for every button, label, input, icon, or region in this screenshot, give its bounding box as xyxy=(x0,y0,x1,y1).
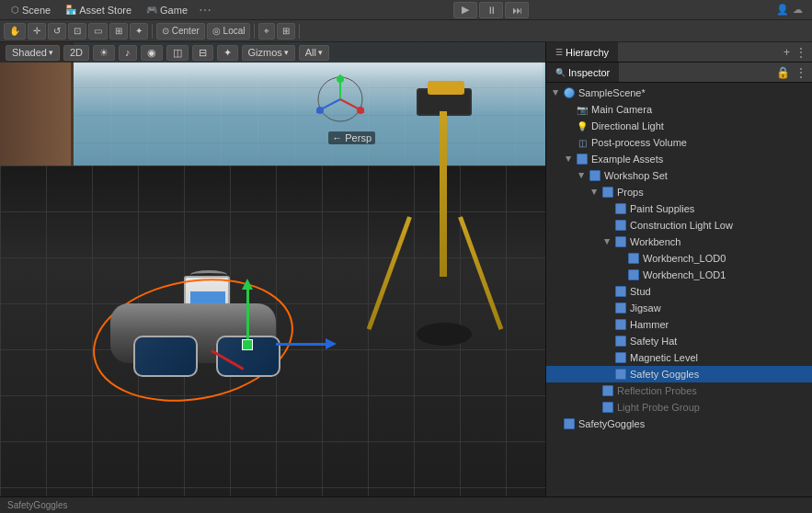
tree-item-constructionlightlow[interactable]: ▶Construction Light Low xyxy=(546,217,812,234)
tripod-leg2 xyxy=(458,216,503,330)
tree-item-safetygoggles[interactable]: ▶Safety Goggles xyxy=(546,366,812,382)
tree-icon-maincamera: 📷 xyxy=(576,103,589,116)
move-tool[interactable]: ✛ xyxy=(28,23,46,40)
tree-icon-workbench xyxy=(614,235,627,248)
snap-btn[interactable]: ⌖ xyxy=(258,23,275,40)
menu-bar: ⬡ Scene 🏪 Asset Store 🎮 Game ⋯ ▶ ⏸ ⏭ 👤 ☁ xyxy=(0,0,812,20)
terrain-toggle[interactable]: ⊟ xyxy=(192,45,213,61)
hidden-toggle[interactable]: ◫ xyxy=(166,45,189,61)
menu-game[interactable]: 🎮 Game xyxy=(139,0,195,20)
tree-arrow-workshopset[interactable]: ▶ xyxy=(576,169,589,182)
tree-label-workshopset: Workshop Set xyxy=(604,170,668,181)
tree-item-maincamera[interactable]: ▶📷Main Camera xyxy=(546,101,812,118)
tree-item-workbenchlod1[interactable]: ▶Workbench_LOD1 xyxy=(546,267,812,283)
scale-tool[interactable]: ⊡ xyxy=(68,23,86,40)
tree-item-stud[interactable]: ▶Stud xyxy=(546,283,812,300)
lighting-toggle[interactable]: ☀ xyxy=(93,45,115,61)
tree-arrow-workbench[interactable]: ▶ xyxy=(601,235,614,248)
construction-light xyxy=(389,88,499,364)
transform-handle-y xyxy=(246,290,249,345)
tree-label-lightprobegroup: Light Probe Group xyxy=(617,402,700,413)
tree-item-postprocess[interactable]: ▶◫Post-process Volume xyxy=(546,134,812,151)
sep1 xyxy=(152,24,153,39)
tab-inspector[interactable]: 🔍 Inspector xyxy=(546,63,619,82)
tree-icon-directionallight: 💡 xyxy=(576,120,589,132)
axis-gizmo: Y X Z xyxy=(315,74,366,125)
tree-item-workbench[interactable]: ▶Workbench xyxy=(546,234,812,250)
tree-item-safetyhat[interactable]: ▶Safety Hat xyxy=(546,333,812,349)
tree-icon-samplescene xyxy=(563,86,576,99)
tree-icon-postprocess: ◫ xyxy=(576,136,589,149)
svg-text:X: X xyxy=(360,108,365,114)
rotate-tool[interactable]: ↺ xyxy=(48,23,66,40)
tree-item-reflectionprobes[interactable]: ▶Reflection Probes xyxy=(546,382,812,399)
inspector-more-btn[interactable]: ⋮ xyxy=(794,66,808,79)
tree-item-directionallight[interactable]: ▶💡Directional Light xyxy=(546,118,812,134)
hand-tool[interactable]: ✋ xyxy=(4,23,26,40)
tree-label-samplescene: SampleScene* xyxy=(578,87,646,98)
pivot-btn[interactable]: ⊙ Center xyxy=(156,23,205,40)
tree-item-jigsaw[interactable]: ▶Jigsaw xyxy=(546,300,812,316)
gizmos-dropdown[interactable]: Gizmos ▾ xyxy=(242,45,295,61)
audio-toggle[interactable]: ♪ xyxy=(119,45,137,61)
tree-item-samplescene[interactable]: ▶SampleScene* xyxy=(546,85,812,101)
tree-item-safetygoggles2[interactable]: ▶SafetyGoggles xyxy=(546,416,812,432)
tree-icon-hammer xyxy=(614,318,627,331)
tree-icon-magneticlevel xyxy=(614,351,627,364)
tree-label-safetygoggles2: SafetyGoggles xyxy=(578,418,645,429)
tree-label-safetygoggles: Safety Goggles xyxy=(630,369,699,380)
tree-arrow-props[interactable]: ▶ xyxy=(589,186,601,199)
viewport[interactable]: Shaded ▾ 2D ☀ ♪ ◉ ◫ ⊟ xyxy=(0,42,545,496)
inspector-actions: 🔒 ⋮ xyxy=(774,63,812,82)
status-text: SafetyGoggles xyxy=(7,500,68,510)
local-btn[interactable]: ◎ Local xyxy=(207,23,251,40)
tree-icon-safetygoggles2 xyxy=(563,417,576,430)
tree-item-magneticlevel[interactable]: ▶Magnetic Level xyxy=(546,349,812,366)
pause-button[interactable]: ⏸ xyxy=(479,2,503,18)
custom-tool[interactable]: ✦ xyxy=(130,23,148,40)
hierarchy-tree[interactable]: ▶SampleScene*▶📷Main Camera▶💡Directional … xyxy=(546,83,812,496)
transform-tool[interactable]: ⊞ xyxy=(109,23,128,40)
shaded-arrow: ▾ xyxy=(49,48,53,57)
tree-arrow-samplescene[interactable]: ▶ xyxy=(550,86,563,99)
menu-asset-store[interactable]: 🏪 Asset Store xyxy=(58,0,139,20)
tree-item-lightprobegroup[interactable]: ▶Light Probe Group xyxy=(546,399,812,416)
tree-label-workbench: Workbench xyxy=(630,236,680,247)
particle-toggle[interactable]: ✦ xyxy=(217,45,238,61)
tree-item-workbenchlod0[interactable]: ▶Workbench_LOD0 xyxy=(546,250,812,267)
tree-item-props[interactable]: ▶Props xyxy=(546,184,812,200)
tree-item-hammer[interactable]: ▶Hammer xyxy=(546,316,812,333)
tree-item-exampleassets[interactable]: ▶Example Assets xyxy=(546,151,812,167)
tree-label-postprocess: Post-process Volume xyxy=(591,137,687,148)
play-button[interactable]: ▶ xyxy=(453,2,477,18)
rect-tool[interactable]: ▭ xyxy=(88,23,108,40)
svg-text:Z: Z xyxy=(316,108,321,114)
tree-label-directionallight: Directional Light xyxy=(591,120,664,131)
tree-arrow-exampleassets[interactable]: ▶ xyxy=(563,153,576,165)
step-button[interactable]: ⏭ xyxy=(505,2,529,18)
svg-text:Y: Y xyxy=(338,74,343,78)
tree-icon-workbenchlod0 xyxy=(627,252,640,265)
tree-icon-paintsupplies xyxy=(614,202,627,215)
tree-label-jigsaw: Jigsaw xyxy=(630,302,661,314)
effects-toggle[interactable]: ◉ xyxy=(141,45,163,61)
tripod-base xyxy=(417,323,472,346)
svg-line-4 xyxy=(340,99,360,109)
tree-item-paintsupplies[interactable]: ▶Paint Supplies xyxy=(546,200,812,217)
2d-toggle[interactable]: 2D xyxy=(63,45,89,61)
shaded-dropdown[interactable]: Shaded ▾ xyxy=(6,45,60,61)
inspector-tab-bar: 🔍 Inspector 🔒 ⋮ xyxy=(546,63,812,83)
hierarchy-icon: ☰ xyxy=(555,48,563,57)
tree-label-props: Props xyxy=(617,187,644,198)
tree-icon-safetygoggles xyxy=(614,368,627,381)
tab-hierarchy[interactable]: ☰ Hierarchy xyxy=(546,42,618,62)
hierarchy-more-btn[interactable]: ⋮ xyxy=(794,46,808,59)
menu-scene[interactable]: ⬡ Scene xyxy=(4,0,58,20)
snap2-btn[interactable]: ⊞ xyxy=(277,23,295,40)
search-all-dropdown[interactable]: All ▾ xyxy=(299,45,329,61)
tree-item-workshopset[interactable]: ▶Workshop Set xyxy=(546,167,812,184)
status-bar: SafetyGoggles xyxy=(0,496,812,513)
add-hierarchy-btn[interactable]: + xyxy=(782,46,792,59)
menu-overflow[interactable]: ⋯ xyxy=(199,3,212,17)
inspector-lock-btn[interactable]: 🔒 xyxy=(774,66,792,79)
